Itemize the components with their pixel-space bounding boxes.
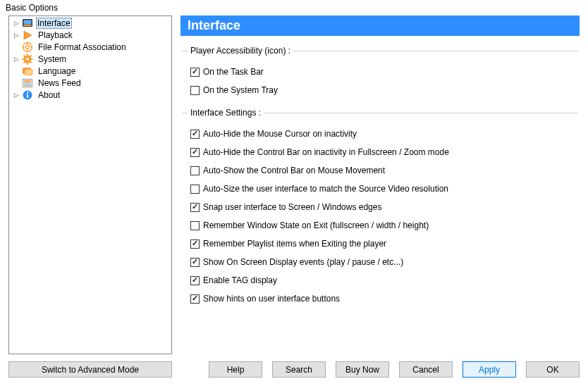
checkbox[interactable] (190, 86, 200, 95)
tree-item-about[interactable]: ▷About (11, 89, 170, 101)
tree-item-label: Interface (36, 18, 72, 29)
button-bar: Switch to Advanced Mode Help Search Buy … (0, 354, 588, 386)
svg-marker-3 (24, 31, 32, 39)
svg-rect-23 (24, 80, 31, 82)
svg-rect-21 (25, 69, 32, 75)
tree-item-language[interactable]: Language (11, 65, 170, 77)
option-label[interactable]: Show On Screen Display events (play / pa… (203, 257, 403, 267)
buy-now-button[interactable]: Buy Now (336, 361, 389, 378)
option-row: Auto-Size the user interface to match th… (188, 180, 572, 198)
fileformat-icon (22, 42, 33, 53)
tree-item-interface[interactable]: ▷Interface (11, 17, 170, 29)
window-title: Basic Options (0, 0, 588, 15)
expander-icon[interactable]: ▷ (11, 32, 22, 39)
svg-rect-2 (24, 25, 32, 26)
switch-advanced-button[interactable]: Switch to Advanced Mode (8, 361, 172, 378)
system-icon (22, 54, 33, 65)
checkbox[interactable] (190, 203, 200, 212)
language-icon (22, 66, 33, 77)
option-row: Auto-Show the Control Bar on Mouse Movem… (188, 161, 572, 180)
help-button[interactable]: Help (209, 361, 262, 378)
tree-item-system[interactable]: ▷System (11, 53, 170, 65)
tree-item-label: Playback (36, 30, 75, 41)
checkbox[interactable] (190, 185, 200, 194)
tree-item-label: Language (36, 66, 78, 77)
apply-button[interactable]: Apply (463, 361, 516, 378)
option-label[interactable]: Remember Playlist items when Exiting the… (203, 239, 386, 249)
checkbox[interactable] (190, 276, 200, 285)
option-label[interactable]: Remember Window State on Exit (fullscree… (203, 220, 429, 230)
option-row: On the Task Bar (188, 63, 572, 81)
option-row: Auto-Hide the Mouse Cursor on inactivity (188, 125, 572, 143)
tree-item-label: File Format Association (36, 42, 128, 53)
svg-rect-28 (27, 94, 28, 98)
option-label[interactable]: Auto-Size the user interface to match th… (203, 184, 448, 194)
svg-point-11 (26, 58, 29, 61)
checkbox[interactable] (190, 130, 200, 139)
group-title: Player Accessibility (icon) : (188, 46, 293, 56)
checkbox[interactable] (190, 294, 200, 304)
ok-button[interactable]: OK (526, 361, 580, 378)
option-label[interactable]: Enable TAG display (203, 275, 277, 285)
option-row: Remember Window State on Exit (fullscree… (188, 216, 572, 235)
tree-item-label: About (36, 89, 62, 101)
group-title: Interface Settings : (188, 108, 264, 118)
option-row: On the System Tray (188, 81, 572, 99)
option-label[interactable]: Auto-Hide the Control Bar on inactivity … (203, 147, 449, 157)
checkbox[interactable] (190, 221, 200, 230)
option-row: Snap user interface to Screen / Windows … (188, 198, 572, 216)
option-label[interactable]: On the Task Bar (203, 67, 264, 77)
option-label[interactable]: Snap user interface to Screen / Windows … (203, 202, 381, 212)
option-row: Enable TAG display (188, 271, 572, 290)
option-row: Auto-Hide the Control Bar on inactivity … (188, 143, 572, 161)
group-player-accessibility: Player Accessibility (icon) : On the Tas… (182, 46, 578, 102)
checkbox[interactable] (190, 166, 200, 175)
checkbox[interactable] (190, 148, 200, 157)
expander-icon[interactable]: ▷ (11, 20, 22, 27)
option-label[interactable]: Auto-Hide the Mouse Cursor on inactivity (203, 129, 357, 139)
svg-line-18 (24, 61, 25, 63)
checkbox[interactable] (190, 239, 200, 249)
settings-panel: Interface Player Accessibility (icon) : … (180, 15, 580, 354)
search-button[interactable]: Search (272, 361, 326, 378)
svg-line-17 (30, 61, 32, 63)
expander-icon[interactable]: ▷ (11, 56, 22, 63)
panel-header: Interface (180, 15, 580, 36)
group-interface-settings: Interface Settings : Auto-Hide the Mouse… (182, 108, 578, 311)
cancel-button[interactable]: Cancel (399, 361, 453, 378)
tree-item-playback[interactable]: ▷Playback (11, 29, 170, 41)
tree-item-label: News Feed (36, 77, 83, 89)
option-row: Show hints on user interface buttons (188, 290, 572, 308)
category-tree[interactable]: ▷Interface▷PlaybackFile Format Associati… (8, 15, 172, 354)
svg-rect-1 (24, 20, 32, 24)
tree-item-news-feed[interactable]: News Feed (11, 77, 170, 89)
svg-line-16 (24, 55, 25, 56)
svg-point-29 (27, 92, 28, 93)
expander-icon[interactable]: ▷ (11, 92, 22, 99)
tree-item-label: System (36, 54, 68, 65)
checkbox[interactable] (190, 258, 200, 267)
option-label[interactable]: Auto-Show the Control Bar on Mouse Movem… (203, 166, 385, 175)
about-icon (22, 89, 33, 101)
tree-item-file-format-association[interactable]: File Format Association (11, 41, 170, 53)
newsfeed-icon (22, 77, 33, 89)
svg-line-19 (30, 55, 32, 56)
option-row: Remember Playlist items when Exiting the… (188, 235, 572, 253)
playback-icon (22, 30, 33, 41)
interface-icon (22, 18, 33, 29)
option-label[interactable]: On the System Tray (203, 85, 278, 95)
svg-point-5 (26, 45, 30, 49)
option-row: Show On Screen Display events (play / pa… (188, 253, 572, 271)
option-label[interactable]: Show hints on user interface buttons (203, 294, 340, 304)
checkbox[interactable] (190, 68, 200, 77)
